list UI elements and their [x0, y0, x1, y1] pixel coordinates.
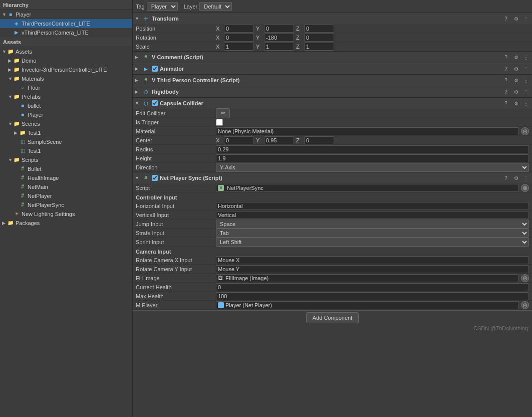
- animator-help-btn[interactable]: ?: [502, 65, 510, 73]
- netplayersync-header[interactable]: ▼ # Net Player Sync (Script) ? ⚙ ⋮: [133, 172, 532, 183]
- radius-value: [216, 145, 529, 153]
- m-player-target-btn[interactable]: ◎: [521, 301, 529, 309]
- vcomment-menu-btn[interactable]: ⋮: [522, 53, 530, 61]
- animator-header[interactable]: ▶ ▶ Animator ? ⚙ ⋮: [133, 63, 532, 74]
- camera-input-header: Camera Input: [133, 247, 532, 256]
- vcomment-help-btn[interactable]: ?: [502, 53, 510, 61]
- transform-header[interactable]: ▼ ✛ Transform ? ⚙ ⋮: [133, 13, 532, 24]
- assets-scripts-item[interactable]: ▼ 📁 Scripts: [0, 155, 132, 164]
- sprint-input-dropdown[interactable]: Left Shift: [216, 238, 529, 247]
- vthirdperson-header[interactable]: ▶ # V Third Person Controller (Script) ?…: [133, 75, 532, 86]
- rigidbody-settings-btn[interactable]: ⚙: [512, 88, 520, 96]
- rotate-camera-y-input[interactable]: [216, 265, 529, 273]
- position-x-input[interactable]: [224, 25, 254, 33]
- netplayersync-menu-btn[interactable]: ⋮: [522, 174, 530, 182]
- position-y-input[interactable]: [264, 25, 294, 33]
- assets-invector-item[interactable]: ▶ 📁 Invector-3rdPersonController_LITE: [0, 65, 132, 74]
- assets-prefabs-item[interactable]: ▼ 📁 Prefabs: [0, 92, 132, 101]
- direction-dropdown[interactable]: Y-Axis X-Axis Z-Axis: [216, 163, 529, 172]
- transform-settings-btn[interactable]: ⚙: [512, 15, 520, 23]
- vthirdperson-help-btn[interactable]: ?: [502, 76, 510, 84]
- assets-test1-scene[interactable]: ◫ Test1: [0, 146, 132, 155]
- scale-z-input[interactable]: [304, 43, 334, 51]
- assets-bullet-script[interactable]: # Bullet: [0, 164, 132, 173]
- netplayersync-help-btn[interactable]: ?: [502, 174, 510, 182]
- max-health-input[interactable]: [216, 292, 529, 300]
- material-target-btn[interactable]: ◎: [521, 127, 529, 135]
- vcomment-header[interactable]: ▶ # V Comment (Script) ? ⚙ ⋮: [133, 52, 532, 63]
- assets-floor-item[interactable]: ○ Floor: [0, 83, 132, 92]
- netplayersync-settings-btn[interactable]: ⚙: [512, 174, 520, 182]
- assets-label: Assets: [16, 49, 32, 55]
- assets-lighting-item[interactable]: ☀ New Lighting Settings: [0, 210, 132, 219]
- netplayersync-enabled-checkbox[interactable]: [152, 175, 158, 181]
- rotate-camera-x-value: [216, 256, 529, 264]
- assets-samplescene-item[interactable]: ◫ SampleScene: [0, 137, 132, 146]
- vertical-input-field[interactable]: [216, 211, 529, 219]
- hierarchy-item-player[interactable]: ▼ ■ Player: [0, 10, 132, 19]
- capsule-header[interactable]: ▼ ⬡ Capsule Collider ? ⚙ ⋮: [133, 98, 532, 109]
- assets-scenes-item[interactable]: ▼ 📁 Scenes: [0, 119, 132, 128]
- vcomment-settings-btn[interactable]: ⚙: [512, 53, 520, 61]
- scale-x-input[interactable]: [224, 43, 254, 51]
- assets-healthimage-script[interactable]: # HealthImage: [0, 173, 132, 182]
- horizontal-input-field[interactable]: [216, 202, 529, 210]
- hierarchy-item-camera[interactable]: ▶ vThirdPersonCamera_LITE: [0, 28, 132, 37]
- rigidbody-help-btn[interactable]: ?: [502, 88, 510, 96]
- direction-row: Direction Y-Axis X-Axis Z-Axis: [133, 163, 532, 172]
- assets-label: Test1: [28, 148, 41, 154]
- capsule-menu-btn[interactable]: ⋮: [522, 99, 530, 107]
- is-trigger-checkbox[interactable]: [216, 119, 223, 126]
- tag-dropdown[interactable]: Player: [147, 2, 178, 11]
- rigidbody-header[interactable]: ▶ ⬡ Rigidbody ? ⚙ ⋮: [133, 86, 532, 97]
- capsule-settings-btn[interactable]: ⚙: [512, 99, 520, 107]
- assets-bullet-item[interactable]: ■ bullet: [0, 101, 132, 110]
- assets-netmain-script[interactable]: # NetMain: [0, 182, 132, 191]
- m-player-row: M Player Player (Net Player) ◎: [133, 301, 532, 310]
- assets-packages-item[interactable]: ▶ 📁 Packages: [0, 219, 132, 228]
- rotation-y-input[interactable]: [264, 34, 294, 42]
- strafe-input-dropdown[interactable]: Tab: [216, 229, 529, 238]
- assets-root-item[interactable]: ▼ 📁 Assets: [0, 47, 132, 56]
- assets-label: Invector-3rdPersonController_LITE: [22, 67, 107, 73]
- vthirdperson-menu-btn[interactable]: ⋮: [522, 76, 530, 84]
- folder-icon: 📁: [13, 156, 20, 163]
- radius-input[interactable]: [216, 145, 529, 153]
- layer-dropdown[interactable]: Default: [199, 2, 232, 11]
- assets-test1-folder[interactable]: ▶ 📁 Test1: [0, 128, 132, 137]
- assets-netplayersync-script[interactable]: # NetPlayerSync: [0, 200, 132, 210]
- script-target-btn[interactable]: ◎: [521, 184, 529, 192]
- rigidbody-menu-btn[interactable]: ⋮: [522, 88, 530, 96]
- rotation-x-input[interactable]: [224, 34, 254, 42]
- rotate-camera-x-input[interactable]: [216, 256, 529, 264]
- transform-help-btn[interactable]: ?: [502, 15, 510, 23]
- hierarchy-item-thirdperson[interactable]: ◈ ThirdPersonController_LITE: [0, 19, 132, 28]
- script-icon: #: [19, 174, 26, 181]
- center-y-input[interactable]: [264, 136, 294, 144]
- transform-menu-btn[interactable]: ⋮: [522, 15, 530, 23]
- jump-input-dropdown[interactable]: Space: [216, 220, 529, 229]
- rotation-z-input[interactable]: [304, 34, 334, 42]
- position-z-input[interactable]: [304, 25, 334, 33]
- animator-settings-btn[interactable]: ⚙: [512, 65, 520, 73]
- script-icon: #: [19, 192, 26, 199]
- assets-netplayer-script[interactable]: # NetPlayer: [0, 191, 132, 200]
- assets-player-prefab-item[interactable]: ■ Player: [0, 110, 132, 119]
- animator-enabled-checkbox[interactable]: [152, 66, 158, 72]
- fill-image-target-btn[interactable]: ◎: [521, 274, 529, 282]
- animator-menu-btn[interactable]: ⋮: [522, 65, 530, 73]
- scale-y-input[interactable]: [264, 43, 294, 51]
- add-component-button[interactable]: Add Component: [306, 312, 359, 323]
- capsule-enabled-checkbox[interactable]: [152, 100, 158, 106]
- current-health-input[interactable]: [216, 283, 529, 291]
- center-x-input[interactable]: [224, 136, 254, 144]
- capsule-help-btn[interactable]: ?: [502, 99, 510, 107]
- height-input[interactable]: [216, 154, 529, 162]
- assets-demo-item[interactable]: ▶ 📁 Demo: [0, 56, 132, 65]
- center-z-input[interactable]: [304, 136, 334, 144]
- vthirdperson-settings-btn[interactable]: ⚙: [512, 76, 520, 84]
- scale-row: Scale X Y Z: [133, 42, 532, 51]
- hierarchy-label: vThirdPersonCamera_LITE: [22, 30, 89, 36]
- edit-collider-button[interactable]: ✏: [216, 108, 230, 118]
- assets-materials-item[interactable]: ▼ 📁 Materials: [0, 74, 132, 83]
